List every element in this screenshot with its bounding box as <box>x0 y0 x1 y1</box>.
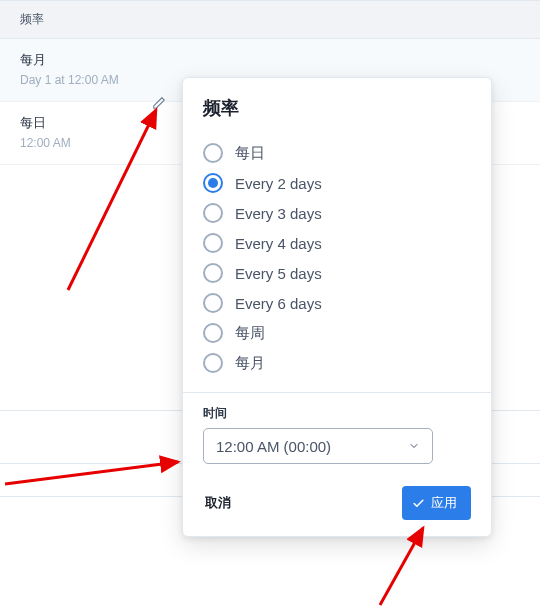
frequency-popover: 频率 每日 Every 2 days Every 3 days Every 4 … <box>182 77 492 537</box>
radio-label: 每日 <box>235 144 265 163</box>
popover-actions: 取消 应用 <box>203 486 471 520</box>
radio-label: Every 6 days <box>235 295 322 312</box>
radio-option-every-5-days[interactable]: Every 5 days <box>203 258 471 288</box>
popover-divider <box>183 392 491 393</box>
time-field-label: 时间 <box>203 405 471 422</box>
radio-icon <box>203 263 223 283</box>
radio-label: 每周 <box>235 324 265 343</box>
radio-icon <box>203 353 223 373</box>
svg-line-1 <box>5 462 178 484</box>
radio-icon <box>203 143 223 163</box>
radio-option-every-3-days[interactable]: Every 3 days <box>203 198 471 228</box>
radio-option-daily[interactable]: 每日 <box>203 138 471 168</box>
check-icon <box>412 497 425 510</box>
popover-title: 频率 <box>203 96 471 120</box>
radio-icon <box>203 293 223 313</box>
time-select-value: 12:00 AM (00:00) <box>216 438 331 455</box>
radio-label: Every 4 days <box>235 235 322 252</box>
frequency-radio-group: 每日 Every 2 days Every 3 days Every 4 day… <box>203 138 471 378</box>
radio-icon <box>203 323 223 343</box>
radio-option-monthly[interactable]: 每月 <box>203 348 471 378</box>
apply-button[interactable]: 应用 <box>402 486 471 520</box>
radio-label: Every 3 days <box>235 205 322 222</box>
radio-option-every-6-days[interactable]: Every 6 days <box>203 288 471 318</box>
time-select[interactable]: 12:00 AM (00:00) <box>203 428 433 464</box>
chevron-down-icon <box>408 440 420 452</box>
list-item-title: 每月 <box>20 51 520 69</box>
apply-button-label: 应用 <box>431 494 457 512</box>
radio-icon <box>203 173 223 193</box>
radio-label: Every 5 days <box>235 265 322 282</box>
cancel-button[interactable]: 取消 <box>203 488 233 518</box>
radio-icon <box>203 203 223 223</box>
radio-label: Every 2 days <box>235 175 322 192</box>
list-header: 频率 <box>0 0 540 39</box>
svg-line-2 <box>380 528 423 605</box>
radio-option-every-2-days[interactable]: Every 2 days <box>203 168 471 198</box>
edit-icon[interactable] <box>152 96 166 110</box>
radio-option-every-4-days[interactable]: Every 4 days <box>203 228 471 258</box>
radio-label: 每月 <box>235 354 265 373</box>
radio-icon <box>203 233 223 253</box>
radio-option-weekly[interactable]: 每周 <box>203 318 471 348</box>
